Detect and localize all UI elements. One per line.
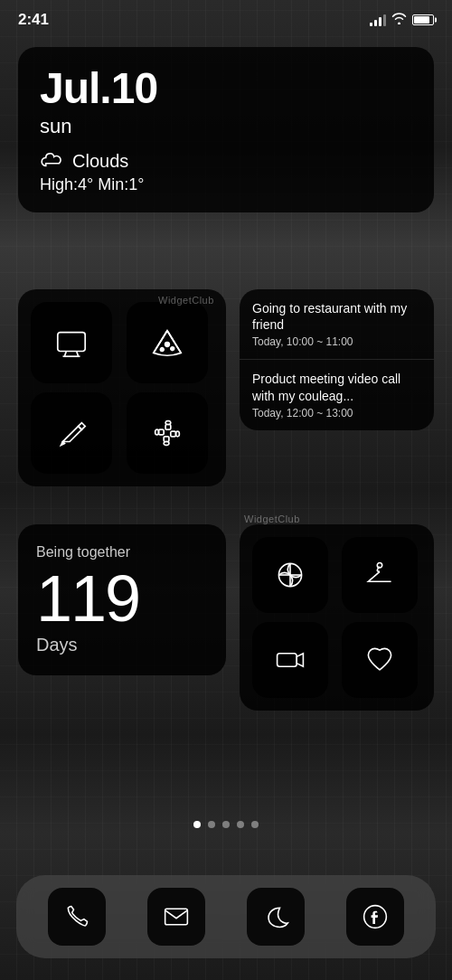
app-icon-slack[interactable] [127, 392, 208, 474]
watermark-top: WidgetClub [158, 295, 214, 306]
app-icon-pizza[interactable] [127, 302, 208, 383]
calendar-event-2-time: Today, 12:00 ~ 13:00 [252, 407, 421, 419]
calendar-event-1-time: Today, 10:00 ~ 11:00 [252, 335, 421, 348]
page-dot-1[interactable] [193, 821, 201, 828]
together-days-number: 119 [36, 566, 139, 631]
dock [16, 875, 436, 958]
video-icon [274, 644, 306, 676]
calendar-widget: Going to restaurant with my friend Today… [240, 289, 434, 430]
basketball-icon [274, 559, 306, 591]
together-days-label: Days [36, 635, 78, 655]
calendar-event-2: Product meeting video call with my coule… [240, 360, 434, 429]
pizza-icon [150, 325, 184, 360]
calendar-event-2-title: Product meeting video call with my coule… [252, 371, 421, 403]
svg-rect-21 [278, 654, 297, 666]
svg-point-5 [160, 348, 164, 352]
svg-rect-15 [165, 421, 171, 425]
together-label: Being together [36, 544, 130, 561]
svg-rect-11 [165, 425, 171, 430]
calendar-event-1-title: Going to restaurant with my friend [252, 300, 421, 333]
watermark-bottom: WidgetClub [244, 514, 300, 524]
svg-rect-13 [155, 429, 159, 435]
weather-condition-text: Clouds [72, 151, 128, 172]
status-icons [370, 13, 434, 27]
phone-icon [63, 903, 90, 930]
svg-rect-0 [58, 333, 85, 352]
svg-rect-14 [176, 431, 180, 437]
signal-icon [370, 14, 386, 26]
heart-icon [363, 644, 396, 676]
slack-icon [150, 416, 184, 450]
svg-point-20 [377, 563, 381, 568]
weather-widget: Jul.10 sun Clouds High:4° Min:1° [18, 47, 434, 212]
app-grid-widget-bottom [240, 524, 434, 711]
app-icon-pencil[interactable] [31, 392, 112, 474]
svg-rect-22 [165, 909, 188, 925]
page-dot-5[interactable] [251, 821, 259, 828]
status-time: 2:41 [18, 11, 49, 29]
together-widget: Being together 119 Days [18, 524, 226, 675]
app-grid-widget-top [18, 289, 226, 486]
dock-icon-moon[interactable] [247, 888, 305, 946]
app-icon-heart[interactable] [342, 622, 418, 698]
status-bar: 2:41 [0, 0, 452, 40]
dock-icon-facebook[interactable] [346, 888, 404, 946]
svg-rect-12 [164, 437, 169, 442]
hanger-icon [363, 559, 396, 591]
app-icon-basketball[interactable] [252, 537, 328, 613]
app-icon-hanger[interactable] [342, 537, 418, 613]
pencil-icon [54, 416, 89, 450]
wifi-icon [391, 13, 407, 27]
moon-icon [262, 903, 289, 930]
page-dot-2[interactable] [208, 821, 215, 828]
weather-condition: Clouds [40, 151, 412, 172]
svg-rect-16 [164, 442, 169, 446]
svg-point-6 [171, 347, 174, 351]
dock-icon-phone[interactable] [48, 888, 106, 946]
weather-temp: High:4° Min:1° [40, 175, 412, 194]
cloud-icon [40, 152, 65, 170]
page-dot-3[interactable] [222, 821, 230, 828]
app-icon-tv[interactable] [31, 302, 112, 383]
page-dot-4[interactable] [237, 821, 244, 828]
svg-point-4 [165, 343, 170, 347]
app-icon-video[interactable] [252, 622, 328, 698]
weather-date: Jul.10 [40, 65, 412, 113]
weather-day: sun [40, 115, 412, 138]
page-dots [0, 821, 452, 828]
battery-icon [412, 14, 434, 25]
mail-icon [163, 903, 190, 930]
facebook-icon [362, 903, 389, 930]
calendar-event-1: Going to restaurant with my friend Today… [240, 289, 434, 360]
tv-icon [54, 325, 89, 360]
dock-icon-mail[interactable] [147, 888, 205, 946]
